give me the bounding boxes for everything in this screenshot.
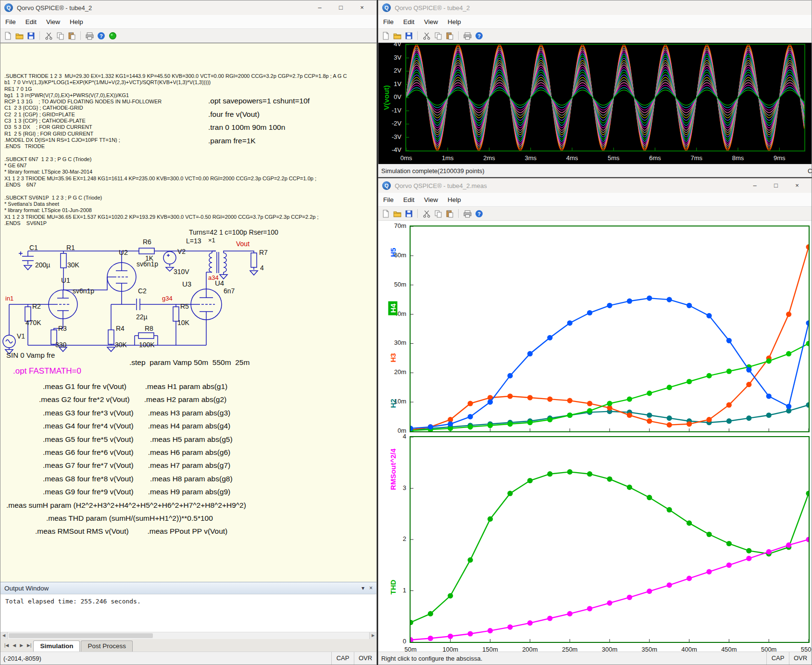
schematic-canvas[interactable]: .SUBCKT TRIODE 1 2 3 MU=29.30 EX=1.332 K… [0,43,376,582]
meas-directive-line: .meas G9 four fre*9 v(Vout) .meas H9 par… [0,485,376,498]
thd-plot-frame[interactable] [410,436,810,643]
close-output-icon[interactable]: × [369,585,373,591]
scrollbar-thumb[interactable] [9,633,153,638]
menu-help[interactable]: Help [443,18,466,25]
svg-text:?: ? [477,33,480,38]
new-file-icon[interactable] [381,209,390,218]
cut-icon[interactable] [422,31,431,40]
copy-icon[interactable] [433,209,443,218]
run-simulation-icon[interactable] [108,31,117,40]
schematic-label: 10K [177,319,190,326]
menu-file[interactable]: File [0,18,21,25]
help-icon[interactable]: ? [474,209,484,218]
menu-help[interactable]: Help [65,18,88,25]
tab-next-icon[interactable]: ▶ [18,643,25,648]
series-axis-label[interactable]: H4 [388,301,398,315]
harmonics-plot-frame[interactable] [410,226,810,432]
menu-edit[interactable]: Edit [21,18,41,25]
new-file-icon[interactable] [3,31,12,40]
paste-icon[interactable] [445,209,454,218]
schematic-label: R4 [116,325,125,332]
waveform-plot-area[interactable]: 4V3V2V1V0V-1V-2V-3V-4V 0ms1ms2ms3ms4ms5m… [378,43,812,164]
menu-file[interactable]: File [378,18,399,25]
maximize-button[interactable]: □ [765,178,787,193]
titlebar[interactable]: Q Qorvo QSPICE® - tube4_2.meas – □ × [378,178,812,193]
waveform-plot-frame[interactable] [405,44,805,151]
menubar: File Edit View Help [0,15,376,29]
titlebar[interactable]: Q Qorvo QSPICE® - tube4_2 – □ × [0,0,376,15]
copy-icon[interactable] [433,31,443,40]
collapse-icon[interactable]: ▾ [362,585,364,591]
scroll-right-icon[interactable]: ▶ [369,632,376,639]
meas-directive-line: .meas G8 four fre*8 v(Vout) .meas H8 par… [0,472,376,485]
harmonics-chart[interactable] [411,226,809,431]
print-icon[interactable] [85,31,94,40]
print-icon[interactable] [462,209,472,218]
schematic-drawing[interactable]: C1200µR130KU2sv6n1pR61KV2310VL=13Turns=4… [0,226,289,370]
tab-post-process[interactable]: Post Process [81,640,133,652]
menu-view[interactable]: View [419,196,443,203]
thd-chart[interactable] [411,437,809,642]
output-window-header[interactable]: Output Window ▾ × [0,582,376,594]
menu-view[interactable]: View [41,18,65,25]
open-file-icon[interactable] [392,31,402,40]
tab-prev-icon[interactable]: ◀ [11,643,18,648]
waveform-y-axis-title: V(vout) [382,85,390,110]
series-axis-label[interactable]: RMSout^2/4 [389,449,397,490]
paste-icon[interactable] [67,31,76,40]
output-horizontal-scrollbar[interactable]: ◀ ▶ [0,632,376,639]
tab-simulation[interactable]: Simulation [33,640,80,652]
help-icon[interactable]: ? [474,31,484,40]
close-button[interactable]: × [351,0,373,15]
titlebar[interactable]: Q Qorvo QSPICE® - tube4_2 [378,0,812,15]
save-icon[interactable] [404,209,413,218]
window-meas-viewer: Q Qorvo QSPICE® - tube4_2.meas – □ × Fil… [378,178,812,665]
meas-directive-line: .meas G3 four fre*3 v(Vout) .meas H3 par… [0,406,376,419]
minimize-button[interactable]: – [309,0,330,15]
close-button[interactable]: × [787,178,808,193]
menu-file[interactable]: File [378,196,399,203]
schematic-label: 330 [55,341,67,349]
maximize-button[interactable]: □ [330,0,351,15]
copy-icon[interactable] [55,31,65,40]
open-file-icon[interactable] [14,31,24,40]
x-tick-label: 7ms [686,154,707,162]
toolbar-separator [458,31,459,40]
schematic-label: R6 [143,238,151,246]
schematic-label: R8 [145,325,153,332]
series-axis-label[interactable]: H5 [389,248,397,257]
menu-view[interactable]: View [419,18,443,25]
scroll-left-icon[interactable]: ◀ [0,632,8,639]
tab-last-icon[interactable]: ▶| [25,643,33,648]
save-icon[interactable] [26,31,36,40]
menu-help[interactable]: Help [443,196,466,203]
schematic-label: 30K [67,261,80,269]
series-axis-label[interactable]: THD [389,579,397,594]
paste-icon[interactable] [445,31,454,40]
toolbar-separator [80,31,81,40]
save-icon[interactable] [404,31,413,40]
x-tick-label: 5ms [603,154,624,162]
series-axis-label[interactable]: H3 [389,353,397,363]
output-window-title: Output Window [4,585,49,592]
waveform-traces[interactable] [406,45,804,151]
tab-first-icon[interactable]: |◀ [2,643,11,648]
window-title: Qorvo QSPICE® - tube4_2 [395,4,470,12]
y-tick-label: 20m [378,368,406,376]
help-icon[interactable]: ? [96,31,106,40]
menu-edit[interactable]: Edit [399,196,419,203]
print-icon[interactable] [462,31,472,40]
cut-icon[interactable] [422,209,431,218]
meas-plot-area[interactable]: 70m60m50m40m30m20m10m0m 43210 50m100m150… [378,221,812,652]
open-file-icon[interactable] [392,209,402,218]
minimize-button[interactable]: – [744,178,765,193]
schematic-label: Vout [236,240,250,248]
cut-icon[interactable] [44,31,53,40]
menu-edit[interactable]: Edit [399,18,419,25]
clipped-cap-ovr-indicator: CAP OVR [808,167,812,175]
series-axis-label[interactable]: H2 [389,399,397,408]
schematic-label: 100K [139,341,155,349]
schematic-label: R3 [58,325,67,332]
x-tick-label: 0ms [396,154,417,162]
new-file-icon[interactable] [381,31,390,40]
